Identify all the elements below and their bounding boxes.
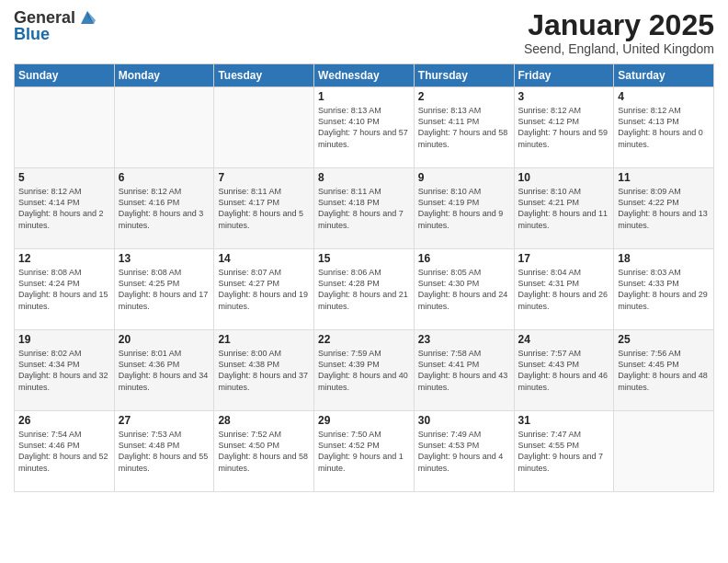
calendar-cell: 21Sunrise: 8:00 AM Sunset: 4:38 PM Dayli… (214, 330, 314, 411)
calendar-cell: 1Sunrise: 8:13 AM Sunset: 4:10 PM Daylig… (314, 87, 415, 168)
day-info: Sunrise: 8:05 AM Sunset: 4:30 PM Dayligh… (418, 267, 510, 312)
day-number: 20 (119, 333, 210, 346)
day-info: Sunrise: 7:49 AM Sunset: 4:53 PM Dayligh… (418, 429, 510, 474)
calendar-cell: 3Sunrise: 8:12 AM Sunset: 4:12 PM Daylig… (514, 87, 614, 168)
day-info: Sunrise: 8:01 AM Sunset: 4:36 PM Dayligh… (119, 348, 210, 393)
day-number: 9 (418, 171, 510, 184)
calendar-cell: 22Sunrise: 7:59 AM Sunset: 4:39 PM Dayli… (314, 330, 415, 411)
weekday-sunday: Sunday (15, 64, 115, 87)
calendar-cell: 6Sunrise: 8:12 AM Sunset: 4:16 PM Daylig… (114, 168, 214, 249)
weekday-thursday: Thursday (414, 64, 514, 87)
calendar-cell: 16Sunrise: 8:05 AM Sunset: 4:30 PM Dayli… (414, 249, 514, 330)
calendar-cell: 2Sunrise: 8:13 AM Sunset: 4:11 PM Daylig… (414, 87, 514, 168)
day-info: Sunrise: 7:47 AM Sunset: 4:55 PM Dayligh… (518, 429, 610, 474)
day-info: Sunrise: 8:04 AM Sunset: 4:31 PM Dayligh… (518, 267, 610, 312)
day-info: Sunrise: 8:13 AM Sunset: 4:11 PM Dayligh… (418, 105, 510, 150)
day-number: 13 (119, 252, 210, 265)
weekday-wednesday: Wednesday (314, 64, 415, 87)
day-info: Sunrise: 8:00 AM Sunset: 4:38 PM Dayligh… (218, 348, 310, 393)
calendar-cell: 28Sunrise: 7:52 AM Sunset: 4:50 PM Dayli… (214, 411, 314, 492)
calendar-cell: 26Sunrise: 7:54 AM Sunset: 4:46 PM Dayli… (15, 411, 115, 492)
calendar-week-3: 19Sunrise: 8:02 AM Sunset: 4:34 PM Dayli… (15, 330, 714, 411)
calendar-cell: 24Sunrise: 7:57 AM Sunset: 4:43 PM Dayli… (514, 330, 614, 411)
day-info: Sunrise: 8:12 AM Sunset: 4:13 PM Dayligh… (618, 105, 710, 150)
day-number: 31 (518, 414, 610, 427)
calendar-cell: 19Sunrise: 8:02 AM Sunset: 4:34 PM Dayli… (15, 330, 115, 411)
calendar-cell: 12Sunrise: 8:08 AM Sunset: 4:24 PM Dayli… (15, 249, 115, 330)
calendar-week-2: 12Sunrise: 8:08 AM Sunset: 4:24 PM Dayli… (15, 249, 714, 330)
month-title: January 2025 (524, 9, 714, 41)
calendar-cell: 25Sunrise: 7:56 AM Sunset: 4:45 PM Dayli… (614, 330, 714, 411)
calendar-cell: 9Sunrise: 8:10 AM Sunset: 4:19 PM Daylig… (414, 168, 514, 249)
day-number: 12 (18, 252, 110, 265)
day-info: Sunrise: 8:11 AM Sunset: 4:17 PM Dayligh… (218, 186, 310, 231)
calendar-cell (114, 87, 214, 168)
calendar-week-1: 5Sunrise: 8:12 AM Sunset: 4:14 PM Daylig… (15, 168, 714, 249)
calendar-cell: 11Sunrise: 8:09 AM Sunset: 4:22 PM Dayli… (614, 168, 714, 249)
weekday-header-row: SundayMondayTuesdayWednesdayThursdayFrid… (15, 64, 714, 87)
day-info: Sunrise: 7:53 AM Sunset: 4:48 PM Dayligh… (119, 429, 210, 474)
day-info: Sunrise: 8:10 AM Sunset: 4:21 PM Dayligh… (518, 186, 610, 231)
calendar-cell: 17Sunrise: 8:04 AM Sunset: 4:31 PM Dayli… (514, 249, 614, 330)
logo-icon (77, 7, 97, 28)
day-number: 8 (318, 171, 410, 184)
title-block: January 2025 Seend, England, United King… (524, 9, 714, 56)
calendar-cell (15, 87, 115, 168)
day-info: Sunrise: 8:03 AM Sunset: 4:33 PM Dayligh… (618, 267, 710, 312)
day-info: Sunrise: 7:52 AM Sunset: 4:50 PM Dayligh… (218, 429, 310, 474)
day-number: 22 (318, 333, 410, 346)
day-number: 26 (18, 414, 110, 427)
weekday-friday: Friday (514, 64, 614, 87)
day-info: Sunrise: 7:56 AM Sunset: 4:45 PM Dayligh… (618, 348, 710, 393)
day-number: 2 (418, 90, 510, 103)
day-info: Sunrise: 8:06 AM Sunset: 4:28 PM Dayligh… (318, 267, 410, 312)
day-number: 21 (218, 333, 310, 346)
day-info: Sunrise: 8:12 AM Sunset: 4:12 PM Dayligh… (518, 105, 610, 150)
day-info: Sunrise: 7:50 AM Sunset: 4:52 PM Dayligh… (318, 429, 410, 474)
calendar-cell: 4Sunrise: 8:12 AM Sunset: 4:13 PM Daylig… (614, 87, 714, 168)
day-info: Sunrise: 8:08 AM Sunset: 4:25 PM Dayligh… (119, 267, 210, 312)
calendar-cell (614, 411, 714, 492)
day-info: Sunrise: 8:08 AM Sunset: 4:24 PM Dayligh… (18, 267, 110, 312)
day-info: Sunrise: 8:12 AM Sunset: 4:14 PM Dayligh… (18, 186, 110, 231)
calendar-week-0: 1Sunrise: 8:13 AM Sunset: 4:10 PM Daylig… (15, 87, 714, 168)
calendar-cell: 27Sunrise: 7:53 AM Sunset: 4:48 PM Dayli… (114, 411, 214, 492)
weekday-tuesday: Tuesday (214, 64, 314, 87)
logo-blue: Blue (14, 26, 97, 44)
day-number: 6 (119, 171, 210, 184)
day-number: 23 (418, 333, 510, 346)
day-info: Sunrise: 8:12 AM Sunset: 4:16 PM Dayligh… (119, 186, 210, 231)
day-number: 3 (518, 90, 610, 103)
calendar-week-4: 26Sunrise: 7:54 AM Sunset: 4:46 PM Dayli… (15, 411, 714, 492)
day-info: Sunrise: 8:07 AM Sunset: 4:27 PM Dayligh… (218, 267, 310, 312)
day-info: Sunrise: 8:09 AM Sunset: 4:22 PM Dayligh… (618, 186, 710, 231)
calendar-cell: 7Sunrise: 8:11 AM Sunset: 4:17 PM Daylig… (214, 168, 314, 249)
calendar-cell: 23Sunrise: 7:58 AM Sunset: 4:41 PM Dayli… (414, 330, 514, 411)
day-number: 24 (518, 333, 610, 346)
day-info: Sunrise: 7:57 AM Sunset: 4:43 PM Dayligh… (518, 348, 610, 393)
day-info: Sunrise: 8:13 AM Sunset: 4:10 PM Dayligh… (318, 105, 410, 150)
day-number: 17 (518, 252, 610, 265)
calendar-cell: 13Sunrise: 8:08 AM Sunset: 4:25 PM Dayli… (114, 249, 214, 330)
day-info: Sunrise: 7:58 AM Sunset: 4:41 PM Dayligh… (418, 348, 510, 393)
day-number: 11 (618, 171, 710, 184)
day-number: 28 (218, 414, 310, 427)
calendar-table: SundayMondayTuesdayWednesdayThursdayFrid… (14, 63, 714, 492)
day-info: Sunrise: 8:10 AM Sunset: 4:19 PM Dayligh… (418, 186, 510, 231)
day-number: 18 (618, 252, 710, 265)
day-info: Sunrise: 7:59 AM Sunset: 4:39 PM Dayligh… (318, 348, 410, 393)
calendar-cell: 29Sunrise: 7:50 AM Sunset: 4:52 PM Dayli… (314, 411, 415, 492)
day-number: 19 (18, 333, 110, 346)
day-number: 10 (518, 171, 610, 184)
day-info: Sunrise: 8:11 AM Sunset: 4:18 PM Dayligh… (318, 186, 410, 231)
day-info: Sunrise: 8:02 AM Sunset: 4:34 PM Dayligh… (18, 348, 110, 393)
day-info: Sunrise: 7:54 AM Sunset: 4:46 PM Dayligh… (18, 429, 110, 474)
day-number: 29 (318, 414, 410, 427)
day-number: 15 (318, 252, 410, 265)
day-number: 16 (418, 252, 510, 265)
calendar-cell: 20Sunrise: 8:01 AM Sunset: 4:36 PM Dayli… (114, 330, 214, 411)
day-number: 7 (218, 171, 310, 184)
calendar-cell: 18Sunrise: 8:03 AM Sunset: 4:33 PM Dayli… (614, 249, 714, 330)
day-number: 5 (18, 171, 110, 184)
page: General Blue January 2025 Seend, England… (0, 0, 728, 563)
